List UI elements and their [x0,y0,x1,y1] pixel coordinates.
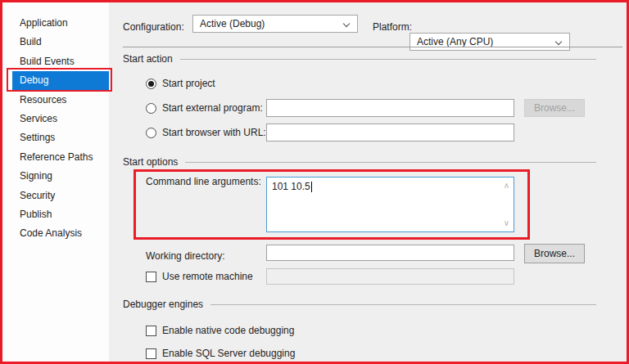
sidebar-item-debug[interactable]: Debug [12,71,109,90]
use-remote-machine-checkbox[interactable] [146,272,156,282]
sidebar-item-publish[interactable]: Publish [2,205,109,224]
debug-settings-panel: Configuration: Active (Debug) Platform: … [109,2,627,362]
use-remote-machine-label: Use remote machine [162,271,253,282]
start-browser-radio[interactable] [146,128,156,138]
working-directory-browse-button[interactable]: Browse... [524,244,585,263]
section-debugger-engines: Debugger engines [123,299,596,310]
sidebar-item-build[interactable]: Build [2,33,109,52]
working-directory-label: Working directory: [146,250,224,262]
configuration-label: Configuration: [123,21,184,33]
configuration-value: Active (Debug) [200,18,265,29]
start-external-input[interactable] [266,99,514,117]
start-project-radio[interactable] [146,79,156,89]
enable-native-code-debugging-label: Enable native code debugging [162,325,294,336]
start-external-radio[interactable] [146,103,156,114]
section-title: Debugger engines [123,299,203,310]
enable-sql-server-debugging-checkbox[interactable] [146,348,156,359]
command-line-textarea[interactable]: 101 10.5 ∧ ∨ [266,177,514,232]
sql-debugging-row: Enable SQL Server debugging [146,346,295,361]
sidebar-item-settings[interactable]: Settings [2,128,109,147]
remote-machine-input[interactable] [266,268,514,285]
sidebar-item-security[interactable]: Security [2,186,109,205]
sidebar-item-signing[interactable]: Signing [2,167,109,186]
configuration-dropdown[interactable]: Active (Debug) [192,15,358,33]
start-browser-input[interactable] [266,124,514,142]
section-divider [185,162,596,163]
start-browser-row: Start browser with URL: [146,124,266,142]
sidebar-item-reference-paths[interactable]: Reference Paths [2,148,109,167]
start-project-row: Start project [146,74,215,92]
section-title: Start options [123,156,178,168]
chevron-down-icon [343,20,350,27]
working-directory-input[interactable] [266,245,514,261]
section-divider [210,304,596,305]
platform-value: Active (Any CPU) [417,36,493,47]
sidebar-item-build-events[interactable]: Build Events [2,52,109,71]
command-line-value: 101 10.5 [272,181,310,192]
sidebar-item-services[interactable]: Services [2,110,109,128]
section-title: Start action [123,53,173,65]
sidebar-item-label: Debug [20,74,48,86]
properties-sidebar: Application Build Build Events Debug Res… [2,2,109,362]
project-properties-page: Application Build Build Events Debug Res… [0,0,629,364]
start-external-label: Start external program: [162,102,263,114]
chevron-down-icon [555,38,562,45]
text-caret [311,182,312,192]
sidebar-item-application[interactable]: Application [2,14,109,33]
remote-machine-row: Use remote machine [146,268,253,285]
sidebar-item-code-analysis[interactable]: Code Analysis [2,224,109,243]
start-external-row: Start external program: [146,99,263,117]
scroll-down-icon[interactable]: ∨ [504,219,509,227]
native-debugging-row: Enable native code debugging [146,323,294,338]
command-line-label: Command line arguments: [146,176,261,187]
enable-sql-server-debugging-label: Enable SQL Server debugging [162,348,295,359]
platform-label: Platform: [373,21,412,33]
start-external-browse-button[interactable]: Browse... [524,99,585,117]
section-start-options: Start options [123,156,596,168]
platform-dropdown[interactable]: Active (Any CPU) [410,33,570,51]
toolbar-divider [123,47,622,47]
section-divider [180,59,596,60]
start-browser-label: Start browser with URL: [162,127,266,138]
start-project-label: Start project [162,78,215,89]
sidebar-item-resources[interactable]: Resources [2,91,109,110]
enable-native-code-debugging-checkbox[interactable] [146,326,156,336]
scroll-up-icon[interactable]: ∧ [504,182,509,190]
section-start-action: Start action [123,53,596,65]
